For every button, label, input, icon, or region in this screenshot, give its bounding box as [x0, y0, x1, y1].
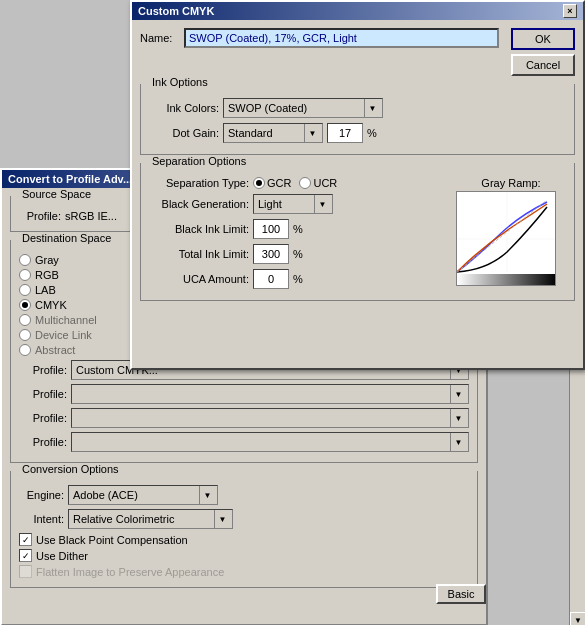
black-gen-label: Black Generation: [149, 198, 249, 210]
dest-space-title: Destination Space [19, 232, 114, 244]
profile-dd-2[interactable]: ▼ [71, 384, 469, 404]
black-ink-input[interactable] [253, 219, 289, 239]
checkbox-dither-row[interactable]: ✓ Use Dither [19, 549, 469, 562]
profile-dd-row-3: Profile: ▼ [19, 408, 469, 428]
ucr-label: UCR [313, 177, 337, 189]
engine-label: Engine: [19, 489, 64, 501]
name-input[interactable] [184, 28, 499, 48]
radio-gcr[interactable]: GCR [253, 177, 291, 189]
ink-colors-label: Ink Colors: [149, 102, 219, 114]
uca-input[interactable] [253, 269, 289, 289]
total-ink-input[interactable] [253, 244, 289, 264]
checkbox-bpc[interactable]: ✓ [19, 533, 32, 546]
dot-gain-label: Dot Gain: [149, 127, 219, 139]
conversion-options-title: Conversion Options [19, 463, 122, 475]
cmyk-label: CMYK [35, 299, 67, 311]
profile-dd-4-arrow[interactable]: ▼ [450, 433, 466, 451]
black-gen-arrow[interactable]: ▼ [314, 195, 330, 213]
rgb-label: RGB [35, 269, 59, 281]
intent-arrow[interactable]: ▼ [214, 510, 230, 528]
profile-dd-row-4: Profile: ▼ [19, 432, 469, 452]
dialog-titlebar: Custom CMYK × [132, 2, 583, 20]
source-profile-value: sRGB IE... [65, 210, 117, 222]
abstract-label: Abstract [35, 344, 75, 356]
radio-multichannel[interactable] [19, 314, 31, 326]
dot-gain-value: Standard [226, 127, 304, 139]
profile-dd-2-arrow[interactable]: ▼ [450, 385, 466, 403]
intent-dropdown[interactable]: Relative Colorimetric ▼ [68, 509, 233, 529]
total-ink-pct: % [293, 248, 303, 260]
conversion-options-group: Conversion Options Engine: Adobe (ACE) ▼… [10, 471, 478, 588]
dot-gain-row: Dot Gain: Standard ▼ % [149, 123, 566, 143]
intent-row: Intent: Relative Colorimetric ▼ [19, 509, 469, 529]
ucr-radio-circle[interactable] [299, 177, 311, 189]
profile-dd-label-4: Profile: [19, 436, 67, 448]
dialog-title: Custom CMYK [138, 5, 214, 17]
ink-options-group: Ink Options Ink Colors: SWOP (Coated) ▼ … [140, 84, 575, 155]
checkbox-flatten-row: Flatten Image to Preserve Appearance [19, 565, 469, 578]
black-ink-pct: % [293, 223, 303, 235]
radio-cmyk-dot [22, 302, 28, 308]
radio-lab[interactable] [19, 284, 31, 296]
custom-cmyk-dialog: Custom CMYK × Name: OK Cancel Ink Option… [130, 0, 585, 370]
profile-dd-label-3: Profile: [19, 412, 67, 424]
sep-type-radio-group: GCR UCR [253, 177, 337, 189]
profile-dd-row-2: Profile: ▼ [19, 384, 469, 404]
sep-type-row: Separation Type: GCR UCR [149, 177, 448, 189]
black-ink-row: Black Ink Limit: % [149, 219, 448, 239]
checkbox-bpc-label: Use Black Point Compensation [36, 534, 188, 546]
black-ink-label: Black Ink Limit: [149, 223, 249, 235]
radio-cmyk[interactable] [19, 299, 31, 311]
uca-label: UCA Amount: [149, 273, 249, 285]
dialog-content: Name: OK Cancel Ink Options Ink Colors: … [132, 20, 583, 317]
engine-dropdown[interactable]: Adobe (ACE) ▼ [68, 485, 218, 505]
profile-dd-3-arrow[interactable]: ▼ [450, 409, 466, 427]
black-gen-value: Light [256, 198, 314, 210]
dot-gain-dropdown[interactable]: Standard ▼ [223, 123, 323, 143]
gray-label: Gray [35, 254, 59, 266]
ink-colors-row: Ink Colors: SWOP (Coated) ▼ [149, 98, 566, 118]
multichannel-label: Multichannel [35, 314, 97, 326]
scrollbar-down-btn[interactable]: ▼ [570, 612, 585, 625]
gcr-label: GCR [267, 177, 291, 189]
checkbox-flatten-label: Flatten Image to Preserve Appearance [36, 566, 224, 578]
checkbox-flatten [19, 565, 32, 578]
profile-dd-4[interactable]: ▼ [71, 432, 469, 452]
black-gen-dropdown[interactable]: Light ▼ [253, 194, 333, 214]
intent-value: Relative Colorimetric [71, 513, 214, 525]
ink-colors-value: SWOP (Coated) [226, 102, 364, 114]
sep-type-label: Separation Type: [149, 177, 249, 189]
cancel-button[interactable]: Cancel [511, 54, 575, 76]
engine-arrow[interactable]: ▼ [199, 486, 215, 504]
btn-group: OK Cancel [511, 28, 575, 76]
radio-ucr[interactable]: UCR [299, 177, 337, 189]
ink-colors-dropdown[interactable]: SWOP (Coated) ▼ [223, 98, 383, 118]
gcr-radio-circle[interactable] [253, 177, 265, 189]
ok-button[interactable]: OK [511, 28, 575, 50]
close-icon: × [567, 6, 572, 16]
sep-options-left: Separation Type: GCR UCR [149, 177, 448, 294]
dot-gain-number[interactable] [327, 123, 363, 143]
checkbox-bpc-row[interactable]: ✓ Use Black Point Compensation [19, 533, 469, 546]
radio-gray[interactable] [19, 254, 31, 266]
basic-button[interactable]: Basic [436, 584, 486, 604]
radio-devicelink[interactable] [19, 329, 31, 341]
uca-row: UCA Amount: % [149, 269, 448, 289]
dot-gain-arrow[interactable]: ▼ [304, 124, 320, 142]
source-profile-label: Profile: [19, 210, 61, 222]
ink-options-title: Ink Options [149, 76, 211, 88]
gray-ramp-title: Gray Ramp: [456, 177, 566, 189]
devicelink-label: Device Link [35, 329, 92, 341]
checkbox-dither[interactable]: ✓ [19, 549, 32, 562]
engine-value: Adobe (ACE) [71, 489, 199, 501]
radio-abstract[interactable] [19, 344, 31, 356]
gray-ramp-svg [457, 192, 556, 286]
gray-ramp-section: Gray Ramp: [456, 177, 566, 294]
lab-label: LAB [35, 284, 56, 296]
profile-dd-3[interactable]: ▼ [71, 408, 469, 428]
profile-dd-label-2: Profile: [19, 388, 67, 400]
svg-rect-3 [457, 274, 556, 286]
radio-rgb[interactable] [19, 269, 31, 281]
ink-colors-arrow[interactable]: ▼ [364, 99, 380, 117]
dialog-close-btn[interactable]: × [563, 4, 577, 18]
